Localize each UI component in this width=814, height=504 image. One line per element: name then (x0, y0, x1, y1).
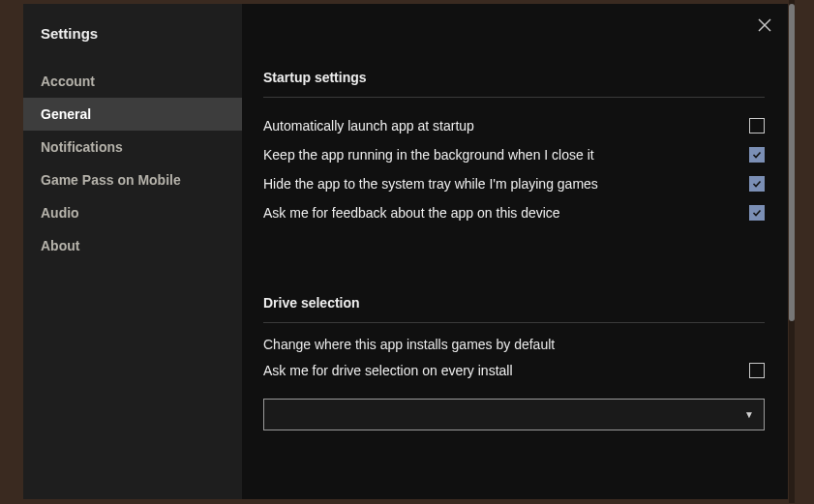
close-icon (758, 18, 771, 32)
settings-main-panel: Startup settings Automatically launch ap… (242, 4, 788, 499)
checkbox-ask-feedback[interactable] (749, 205, 765, 221)
sidebar-item-about[interactable]: About (23, 229, 242, 262)
option-label: Automatically launch app at startup (263, 118, 474, 133)
sidebar-item-notifications[interactable]: Notifications (23, 131, 242, 163)
sidebar-item-general[interactable]: General (23, 98, 242, 131)
checkbox-keep-running-background[interactable] (749, 147, 765, 163)
option-label: Ask me for feedback about the app on thi… (263, 205, 560, 221)
vertical-scrollbar[interactable] (789, 0, 795, 503)
checkbox-launch-at-startup[interactable] (749, 118, 765, 133)
option-row-launch-at-startup: Automatically launch app at startup (263, 111, 765, 140)
option-label: Hide the app to the system tray while I'… (263, 176, 598, 192)
option-label: Ask me for drive selection on every inst… (263, 363, 513, 378)
option-label: Keep the app running in the background w… (263, 147, 594, 163)
option-row-ask-feedback: Ask me for feedback about the app on thi… (263, 198, 765, 227)
divider (263, 97, 765, 98)
scrollbar-thumb[interactable] (789, 4, 795, 321)
settings-sidebar: Settings Account General Notifications G… (23, 4, 242, 499)
close-button[interactable] (755, 15, 774, 35)
section-title-startup: Startup settings (263, 70, 765, 85)
drive-description: Change where this app installs games by … (263, 337, 765, 352)
sidebar-item-audio[interactable]: Audio (23, 196, 242, 229)
option-row-hide-to-tray: Hide the app to the system tray while I'… (263, 169, 765, 198)
option-row-keep-running-background: Keep the app running in the background w… (263, 140, 765, 169)
section-title-drive: Drive selection (263, 295, 765, 311)
option-row-ask-drive-selection: Ask me for drive selection on every inst… (263, 356, 765, 385)
chevron-down-icon: ▼ (744, 409, 754, 420)
divider (263, 322, 765, 323)
sidebar-item-game-pass-on-mobile[interactable]: Game Pass on Mobile (23, 163, 242, 196)
sidebar-item-account[interactable]: Account (23, 65, 242, 98)
sidebar-title: Settings (23, 19, 242, 65)
checkbox-hide-to-tray[interactable] (749, 176, 765, 192)
drive-select[interactable]: ▼ (263, 399, 765, 430)
settings-modal: Settings Account General Notifications G… (23, 4, 788, 499)
checkbox-ask-drive-selection[interactable] (749, 363, 765, 378)
